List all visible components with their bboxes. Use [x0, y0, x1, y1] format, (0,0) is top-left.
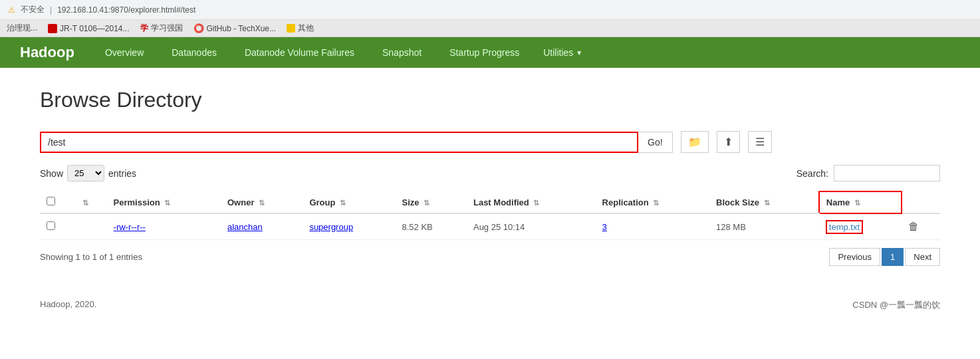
main-content: Browse Directory Go! 📁 ⬆ ☰ Show 25 50 10…: [0, 68, 980, 286]
replication-link[interactable]: 3: [602, 222, 607, 232]
tab-5[interactable]: 其他: [287, 23, 314, 34]
table-header: ⇅ Permission ⇅ Owner ⇅ Group ⇅ Size ⇅ La…: [40, 191, 940, 213]
browser-bar: ⚠ 不安全 | 192.168.10.41:9870/explorer.html…: [0, 0, 980, 20]
nav-overview[interactable]: Overview: [101, 45, 148, 60]
row-size: 8.52 KB: [396, 213, 467, 240]
col-permission[interactable]: Permission ⇅: [107, 191, 221, 213]
entries-row: Show 25 50 100 entries Search:: [40, 165, 940, 181]
table-body: -rw-r--r-- alanchan supergroup 8.52 KB A…: [40, 213, 940, 240]
entries-label: entries: [108, 168, 136, 179]
tab-3-icon: 学: [140, 23, 148, 34]
navbar: Hadoop Overview Datanodes Datanode Volum…: [0, 37, 980, 68]
group-link[interactable]: supergroup: [309, 222, 353, 232]
search-right: Search:: [796, 165, 940, 181]
sort-icon-name: ⇅: [854, 199, 860, 207]
tab-4-label: GitHub - TechXue...: [207, 24, 277, 33]
pagination: Previous 1 Next: [829, 248, 940, 266]
path-bar: Go! 📁 ⬆ ☰: [40, 131, 940, 153]
credit-text: CSDN @一瓢一瓢的饮: [852, 299, 940, 311]
table-row: -rw-r--r-- alanchan supergroup 8.52 KB A…: [40, 213, 940, 240]
row-checkbox-cell: [40, 213, 76, 240]
url-bar: 192.168.10.41:9870/explorer.html#/test: [57, 5, 195, 15]
col-replication[interactable]: Replication ⇅: [596, 191, 709, 213]
directory-table: ⇅ Permission ⇅ Owner ⇅ Group ⇅ Size ⇅ La…: [40, 191, 940, 240]
tab-2-icon: [48, 24, 57, 33]
col-block-size[interactable]: Block Size ⇅: [709, 191, 819, 213]
path-input[interactable]: [40, 132, 638, 153]
sort-icon-group: ⇅: [340, 199, 346, 207]
sort-icon-owner: ⇅: [259, 199, 265, 207]
security-text: 不安全: [21, 4, 45, 15]
owner-link[interactable]: alanchan: [227, 222, 263, 232]
footer: Hadoop, 2020. CSDN @一瓢一瓢的饮: [0, 286, 980, 318]
row-owner: alanchan: [221, 213, 303, 240]
search-label: Search:: [796, 168, 828, 179]
tab-5-label: 其他: [298, 23, 314, 34]
separator: |: [50, 5, 52, 15]
nav-datanode-volume-failures[interactable]: Datanode Volume Failures: [241, 45, 358, 60]
tab-1[interactable]: 治理现...: [7, 23, 37, 34]
col-last-modified[interactable]: Last Modified ⇅: [467, 191, 596, 213]
list-icon-button[interactable]: ☰: [748, 131, 772, 153]
search-input[interactable]: [834, 165, 940, 181]
list-icon: ☰: [755, 136, 765, 148]
row-delete-cell: 🗑: [902, 213, 940, 240]
sort-icon-last-modified: ⇅: [533, 199, 539, 207]
tab-4[interactable]: ⭕ GitHub - TechXue...: [193, 23, 277, 33]
show-label: Show: [40, 168, 63, 179]
previous-button[interactable]: Previous: [829, 248, 880, 266]
sort-icon-size: ⇅: [424, 199, 429, 207]
row-last-modified: Aug 25 10:14: [467, 213, 596, 240]
row-group: supergroup: [303, 213, 395, 240]
github-icon: ⭕: [193, 23, 204, 33]
row-blank-cell: [76, 213, 107, 240]
col-owner[interactable]: Owner ⇅: [221, 191, 303, 213]
page-title: Browse Directory: [40, 88, 940, 112]
row-block-size: 128 MB: [709, 213, 819, 240]
utilities-label: Utilities: [543, 47, 573, 58]
nav-startup-progress[interactable]: Startup Progress: [445, 45, 523, 60]
tab-3-label: 学习强国: [151, 23, 183, 34]
go-button[interactable]: Go!: [638, 132, 673, 153]
row-replication: 3: [596, 213, 709, 240]
select-all-checkbox[interactable]: [47, 197, 55, 205]
folder-icon-button[interactable]: 📁: [681, 131, 709, 153]
permission-link[interactable]: -rw-r--r--: [114, 222, 146, 232]
delete-icon: 🗑: [908, 221, 919, 232]
folder-icon: 📁: [688, 136, 701, 148]
entries-select[interactable]: 25 50 100: [67, 165, 104, 181]
col-actions: [902, 191, 940, 213]
row-checkbox[interactable]: [47, 221, 55, 230]
nav-snapshot[interactable]: Snapshot: [378, 45, 426, 60]
row-name: temp.txt: [819, 213, 902, 240]
security-warning: ⚠: [8, 5, 15, 15]
col-blank: ⇅: [76, 191, 107, 213]
sort-icon-block-size: ⇅: [764, 199, 770, 207]
navbar-brand[interactable]: Hadoop: [20, 44, 74, 61]
path-input-wrapper: Go!: [40, 132, 673, 153]
col-group[interactable]: Group ⇅: [303, 191, 395, 213]
showing-text: Showing 1 to 1 of 1 entries: [40, 252, 142, 262]
col-size[interactable]: Size ⇅: [396, 191, 467, 213]
browser-tabs: 治理现... JR-T 0106—2014... 学 学习强国 ⭕ GitHub…: [0, 20, 980, 37]
col-name[interactable]: Name ⇅: [819, 191, 902, 213]
copyright-text: Hadoop, 2020.: [40, 299, 96, 311]
utilities-caret-icon: ▼: [576, 49, 582, 57]
file-link[interactable]: temp.txt: [826, 220, 863, 234]
nav-datanodes[interactable]: Datanodes: [168, 45, 221, 60]
sort-icon-blank[interactable]: ⇅: [82, 199, 88, 207]
delete-button[interactable]: 🗑: [908, 221, 919, 233]
tab-2[interactable]: JR-T 0106—2014...: [48, 24, 130, 33]
tab-3[interactable]: 学 学习强国: [140, 23, 183, 34]
upload-icon: ⬆: [724, 136, 733, 148]
row-permission: -rw-r--r--: [107, 213, 221, 240]
next-button[interactable]: Next: [905, 248, 940, 266]
tab-1-label: 治理现...: [7, 23, 37, 34]
nav-utilities[interactable]: Utilities ▼: [543, 47, 582, 58]
tab-2-label: JR-T 0106—2014...: [60, 24, 130, 33]
sort-icon-permission: ⇅: [164, 199, 170, 207]
sort-icon-replication: ⇅: [653, 199, 659, 207]
page-1-button[interactable]: 1: [882, 248, 904, 266]
tab-5-icon: [287, 24, 295, 33]
upload-icon-button[interactable]: ⬆: [717, 131, 740, 153]
